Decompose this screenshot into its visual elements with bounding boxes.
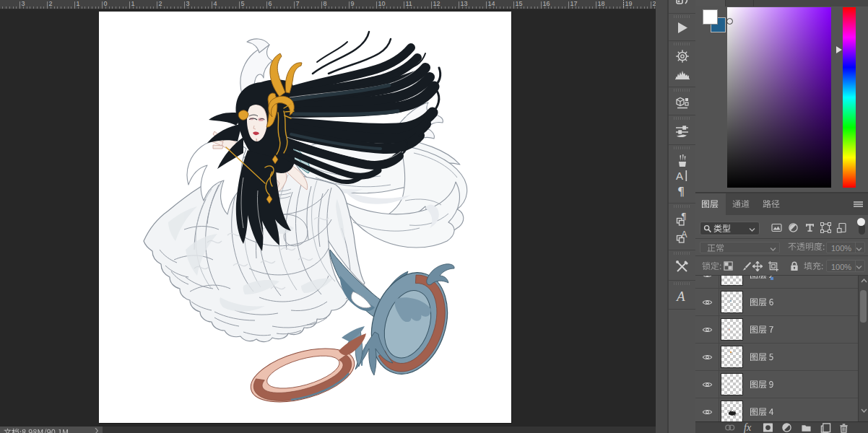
layer-list (695, 276, 868, 421)
scroll-down-icon[interactable] (861, 408, 867, 413)
visibility-eye-icon[interactable] (702, 354, 713, 361)
scrollbar-thumb[interactable] (860, 290, 867, 323)
dock-panel-partial[interactable] (673, 0, 691, 12)
layer-row[interactable] (695, 371, 868, 398)
layer-row[interactable] (695, 289, 868, 316)
layer-row[interactable] (695, 344, 868, 371)
layer-row[interactable] (695, 276, 868, 289)
ruler-tick (431, 1, 432, 9)
foreground-color-swatch[interactable] (703, 9, 718, 25)
hue-slider-arrow[interactable] (836, 46, 842, 53)
status-chevron-icon[interactable] (95, 428, 98, 433)
dock-glyphs[interactable]: A (673, 288, 691, 306)
visibility-eye-icon[interactable] (702, 381, 713, 388)
dock-paragraph[interactable]: ¶ (673, 183, 691, 201)
layer-style-fx-icon[interactable]: fx (744, 422, 751, 433)
dock-grip-handle[interactable] (674, 205, 690, 208)
layer-row[interactable] (695, 398, 868, 422)
ruler-tick (157, 1, 157, 9)
layer-thumbnail[interactable] (721, 373, 743, 395)
new-group-icon[interactable] (801, 423, 812, 433)
dock-brush-settings[interactable] (673, 123, 691, 141)
ruler-minor-tick (160, 6, 161, 9)
layers-scrollbar[interactable] (858, 276, 868, 421)
visibility-eye-icon[interactable] (702, 326, 713, 333)
delete-layer-icon[interactable] (838, 423, 849, 433)
ruler-minor-tick (592, 6, 593, 9)
document-size-label (4, 428, 69, 433)
dock-grip-handle[interactable] (674, 282, 690, 285)
filter-adjustment-layers[interactable] (788, 222, 799, 233)
new-adjustment-layer-icon[interactable] (781, 423, 792, 433)
dock-grip-handle[interactable] (674, 146, 690, 149)
dock-grip-handle[interactable] (674, 252, 690, 255)
ruler-minor-tick (400, 6, 401, 9)
dock-tool-presets[interactable] (673, 258, 691, 276)
blend-mode-combo[interactable] (700, 242, 780, 254)
layer-thumbnail[interactable] (721, 291, 743, 313)
ruler-minor-tick (345, 6, 346, 9)
layer-thumbnail[interactable] (721, 401, 743, 421)
chevron-down-icon (770, 247, 776, 252)
dock-grip-handle[interactable] (674, 15, 690, 18)
ruler-minor-tick (482, 6, 483, 9)
filter-type-combo[interactable] (700, 222, 760, 235)
ruler-minor-tick (249, 6, 250, 9)
lock-image-pixels[interactable] (742, 261, 752, 271)
panel-menu-icon[interactable] (854, 201, 863, 208)
lock-transparent-pixels[interactable] (724, 261, 734, 271)
panel-dock-strip: A¶¶AA (669, 0, 695, 433)
visibility-eye-icon[interactable] (702, 299, 713, 306)
visibility-eye-icon[interactable] (702, 408, 713, 416)
document-info[interactable] (0, 427, 103, 433)
dock-actions[interactable] (673, 19, 691, 38)
ruler-minor-tick (16, 6, 17, 9)
filter-type-layers[interactable] (804, 222, 815, 233)
dock-grip-handle[interactable] (674, 89, 690, 92)
saturation-brightness-field[interactable] (727, 7, 831, 188)
dock-grip-handle[interactable] (674, 117, 690, 120)
add-layer-mask-icon[interactable] (763, 423, 773, 433)
dock-3d[interactable] (673, 94, 691, 112)
lock-artboard[interactable] (768, 261, 778, 271)
filter-toggle-knob[interactable] (857, 218, 865, 226)
color-panel-tabstrip[interactable] (695, 0, 868, 6)
link-layers-icon[interactable] (724, 423, 735, 433)
ruler-minor-tick (537, 6, 538, 9)
dock-histogram[interactable] (673, 66, 691, 84)
dock-navigator[interactable] (673, 48, 691, 66)
opacity-combo[interactable]: 100% (826, 242, 865, 254)
ruler-minor-tick (394, 6, 394, 9)
dock-paragraph-styles[interactable]: ¶ (673, 211, 691, 229)
hue-slider[interactable] (843, 7, 856, 188)
color-field-cursor[interactable] (726, 18, 733, 25)
horizontal-ruler[interactable]: 32101234567891011121314151617181920 (0, 0, 656, 9)
dock-grip-handle[interactable] (674, 43, 690, 45)
panel-column: 100% 100% fx (695, 0, 868, 433)
lock-all[interactable] (789, 261, 799, 271)
lock-position[interactable] (752, 261, 763, 271)
color-tab[interactable] (695, 0, 725, 6)
filter-smart-objects[interactable] (836, 222, 847, 233)
ruler-minor-tick (339, 6, 339, 9)
ruler-minor-tick (92, 6, 92, 9)
fill-combo[interactable]: 100% (826, 260, 865, 272)
ruler-tick (184, 1, 185, 9)
dock-character-styles[interactable]: A (673, 228, 691, 246)
tab-paths[interactable] (763, 199, 780, 209)
ruler-minor-tick (174, 6, 175, 9)
layer-thumbnail[interactable] (721, 346, 743, 368)
filter-shape-layers[interactable] (820, 222, 831, 233)
layer-thumbnail[interactable] (721, 318, 743, 341)
filter-pixel-layers[interactable] (771, 222, 782, 233)
tab-layers[interactable] (695, 193, 726, 215)
document-canvas[interactable] (99, 12, 511, 423)
new-layer-icon[interactable] (820, 423, 831, 433)
layer-row[interactable] (695, 316, 868, 344)
scroll-up-icon[interactable] (861, 279, 867, 283)
visibility-eye-icon[interactable] (702, 276, 713, 279)
layer-thumbnail[interactable] (721, 276, 743, 286)
eye-column-divider (719, 276, 719, 421)
tab-channels[interactable] (732, 199, 750, 209)
ruler-minor-tick (287, 6, 288, 9)
